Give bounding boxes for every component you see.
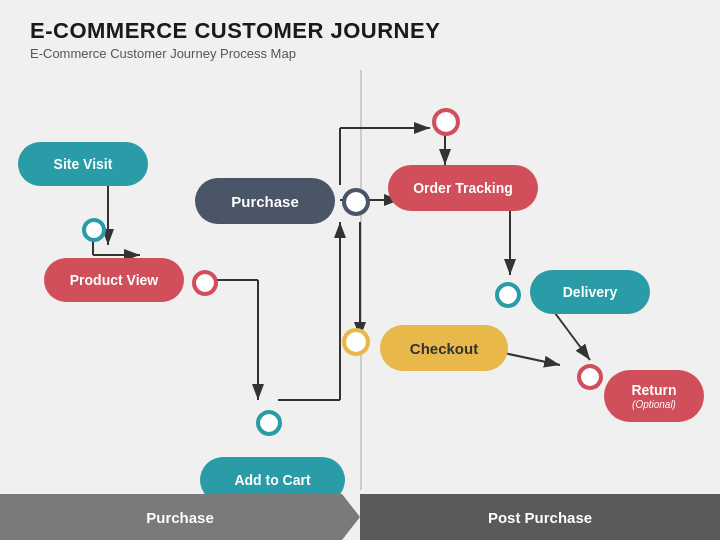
delivery-circle: [495, 282, 521, 308]
bottom-purchase-section: Purchase: [0, 494, 360, 540]
product-view-node: Product View: [44, 258, 184, 302]
page-subtitle: E-Commerce Customer Journey Process Map: [30, 46, 690, 61]
delivery-node: Delivery: [530, 270, 650, 314]
bottom-bar: Purchase Post Purchase: [0, 494, 720, 540]
site-visit-node: Site Visit: [18, 142, 148, 186]
checkout-circle: [342, 328, 370, 356]
add-to-cart-circle: [256, 410, 282, 436]
purchase-circle: [342, 188, 370, 216]
divider-line: [360, 70, 362, 490]
return-node: Return (Optional): [604, 370, 704, 422]
product-view-circle: [192, 270, 218, 296]
return-circle: [577, 364, 603, 390]
header: E-COMMERCE CUSTOMER JOURNEY E-Commerce C…: [0, 0, 720, 65]
order-tracking-pre-circle: [432, 108, 460, 136]
checkout-node: Checkout: [380, 325, 508, 371]
page-title: E-COMMERCE CUSTOMER JOURNEY: [30, 18, 690, 44]
svg-line-11: [555, 313, 590, 360]
main-container: E-COMMERCE CUSTOMER JOURNEY E-Commerce C…: [0, 0, 720, 540]
diagram-area: Site Visit Product View Purchase Order T…: [0, 70, 720, 490]
bottom-post-purchase-section: Post Purchase: [360, 494, 720, 540]
site-visit-circle: [82, 218, 106, 242]
purchase-node: Purchase: [195, 178, 335, 224]
order-tracking-node: Order Tracking: [388, 165, 538, 211]
